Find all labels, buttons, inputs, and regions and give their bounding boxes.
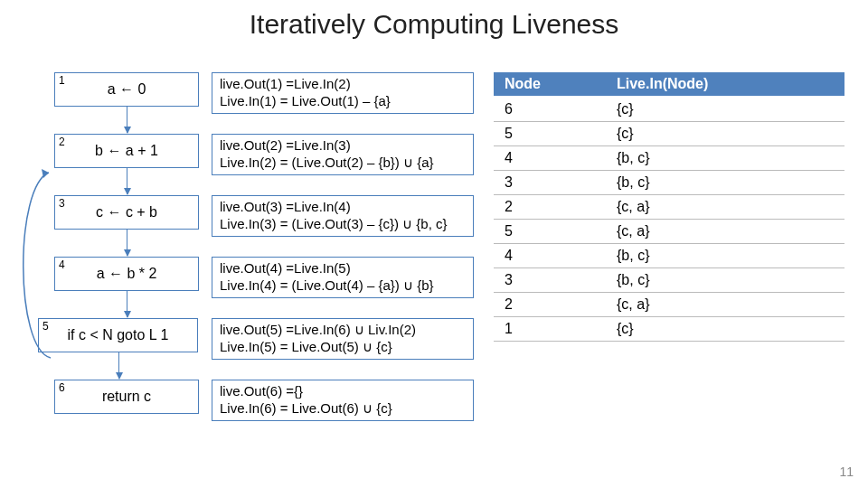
arrow-down-icon xyxy=(127,229,127,256)
table-row: 6{c} xyxy=(494,97,844,122)
cfg-node-number: 1 xyxy=(59,74,65,87)
equation-block: live.Out(4) =Live.In(5) Live.In(4) = (Li… xyxy=(212,257,474,298)
cfg-column: 1 a ← 0 2 b ← a + 1 3 c ← c + b 4 a ← b … xyxy=(54,72,199,441)
table-row: 3{b, c} xyxy=(494,171,844,195)
equation-in: Live.In(6) = Live.Out(6) ∪ {c} xyxy=(220,400,466,418)
page-number: 11 xyxy=(839,465,854,479)
arrow-down-icon xyxy=(127,290,127,317)
liveness-table: Node Live.In(Node) 6{c} 5{c} 4{b, c} 3{b… xyxy=(494,72,844,342)
arrow-down-icon xyxy=(127,106,127,133)
cell-livein: {c} xyxy=(606,317,844,342)
cfg-node-code: b ← a + 1 xyxy=(95,143,158,159)
arrow-down-icon xyxy=(127,167,127,194)
cell-node: 5 xyxy=(494,122,606,146)
cfg-node-number: 3 xyxy=(59,197,65,210)
svg-marker-0 xyxy=(42,169,49,178)
equation-block: live.Out(3) =Live.In(4) Live.In(3) = (Li… xyxy=(212,195,474,237)
cell-livein: {b, c} xyxy=(606,171,844,195)
equation-out: live.Out(4) =Live.In(5) xyxy=(220,260,466,277)
cfg-node-number: 5 xyxy=(42,320,49,333)
table-header-node: Node xyxy=(494,72,606,97)
equations-column: live.Out(1) =Live.In(2) Live.In(1) = Liv… xyxy=(212,72,474,441)
cell-node: 6 xyxy=(494,97,606,122)
equation-out: live.Out(3) =Live.In(4) xyxy=(220,199,466,216)
cell-livein: {c} xyxy=(606,122,844,146)
equation-in: Live.In(1) = Live.Out(1) – {a} xyxy=(220,93,466,110)
cfg-node-number: 2 xyxy=(59,136,65,148)
cfg-node-code: c ← c + b xyxy=(96,204,157,221)
table-row: 4{b, c} xyxy=(494,146,844,171)
equation-in: Live.In(5) = Live.Out(5) ∪ {c} xyxy=(220,339,466,356)
cell-node: 2 xyxy=(494,293,606,317)
slide: Iteratively Computing Liveness 1 a ← 0 2… xyxy=(0,0,868,488)
cfg-node-1: 1 a ← 0 xyxy=(54,72,199,107)
cfg-node-3: 3 c ← c + b xyxy=(54,195,199,230)
table-row: 2{c, a} xyxy=(494,293,844,317)
equation-in: Live.In(4) = (Live.Out(4) – {a}) ∪ {b} xyxy=(220,277,466,295)
cfg-node-code: a ← 0 xyxy=(108,81,146,98)
equation-block: live.Out(5) =Live.In(6) ∪ Liv.In(2) Live… xyxy=(212,318,474,360)
equation-out: live.Out(2) =Live.In(3) xyxy=(220,137,466,155)
equation-out: live.Out(6) ={} xyxy=(220,383,466,400)
cfg-node-2: 2 b ← a + 1 xyxy=(54,134,199,168)
cell-node: 5 xyxy=(494,220,606,244)
cfg-node-code: return c xyxy=(102,389,151,405)
equation-in: Live.In(2) = (Live.Out(2) – {b}) ∪ {a} xyxy=(220,155,466,172)
equation-block: live.Out(2) =Live.In(3) Live.In(2) = (Li… xyxy=(212,134,474,175)
cfg-node-number: 4 xyxy=(59,258,65,271)
cfg-node-code: a ← b * 2 xyxy=(97,266,157,282)
cell-node: 2 xyxy=(494,195,606,220)
arrow-down-icon xyxy=(118,352,119,379)
table-row: 3{b, c} xyxy=(494,268,844,293)
table-row: 5{c} xyxy=(494,122,844,146)
cell-livein: {c, a} xyxy=(606,220,844,244)
cfg-node-6: 6 return c xyxy=(54,380,199,414)
table-row: 5{c, a} xyxy=(494,220,844,244)
table-row: 4{b, c} xyxy=(494,244,844,268)
table-header-row: Node Live.In(Node) xyxy=(494,72,844,97)
cell-node: 3 xyxy=(494,171,606,195)
equation-block: live.Out(1) =Live.In(2) Live.In(1) = Liv… xyxy=(212,72,474,114)
cell-node: 4 xyxy=(494,146,606,171)
equation-out: live.Out(5) =Live.In(6) ∪ Liv.In(2) xyxy=(220,322,466,339)
cell-node: 4 xyxy=(494,244,606,268)
cell-livein: {c} xyxy=(606,97,844,122)
cell-node: 1 xyxy=(494,317,606,342)
cell-node: 3 xyxy=(494,268,606,293)
cell-livein: {c, a} xyxy=(606,293,844,317)
table-header-livein: Live.In(Node) xyxy=(606,72,844,97)
table-row: 2{c, a} xyxy=(494,195,844,220)
equation-block: live.Out(6) ={} Live.In(6) = Live.Out(6)… xyxy=(212,380,474,421)
cell-livein: {b, c} xyxy=(606,244,844,268)
cfg-node-code: if c < N goto L 1 xyxy=(68,327,169,343)
cfg-node-5: 5 if c < N goto L 1 xyxy=(38,318,198,352)
cell-livein: {b, c} xyxy=(606,146,844,171)
cell-livein: {c, a} xyxy=(606,195,844,220)
table-row: 1{c} xyxy=(494,317,844,342)
cfg-node-4: 4 a ← b * 2 xyxy=(54,257,199,291)
equation-out: live.Out(1) =Live.In(2) xyxy=(220,76,466,93)
equation-in: Live.In(3) = (Live.Out(3) – {c}) ∪ {b, c… xyxy=(220,216,466,233)
cfg-node-number: 6 xyxy=(59,381,65,394)
cell-livein: {b, c} xyxy=(606,268,844,293)
slide-title: Iteratively Computing Liveness xyxy=(0,9,868,40)
